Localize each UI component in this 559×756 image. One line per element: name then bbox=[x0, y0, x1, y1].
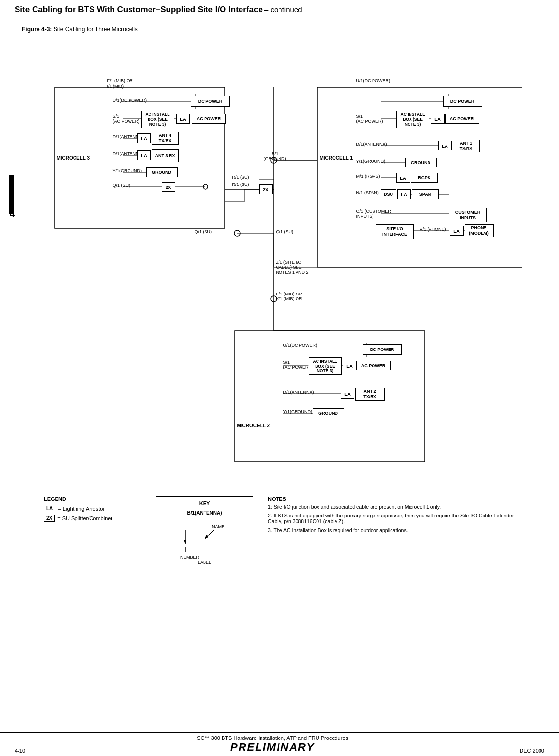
legend-item-2x: 2X = SU Splitter/Combiner bbox=[44, 515, 141, 522]
mc3-u1dc-label: U/1(DC POWER) bbox=[113, 98, 147, 103]
f1-mib-label: F/1 (MIB) OR bbox=[107, 78, 133, 83]
key-example-label: B/1(ANTENNA) bbox=[162, 510, 247, 516]
mc1-dsu-box: DSU bbox=[381, 189, 396, 199]
mc2-la-ant2: LA bbox=[341, 389, 354, 399]
mc1-la-ant1: LA bbox=[438, 141, 452, 150]
mc2-ant2-box: ANT 2 TX/RX bbox=[355, 388, 385, 401]
note-2: 2. If BTS is not equipped with the prima… bbox=[268, 513, 530, 524]
header-title: Site Cabling for BTS With Customer–Suppl… bbox=[15, 5, 302, 15]
mc2-dc-power-box: DC POWER bbox=[363, 344, 402, 355]
mc3-q1su-label: Q/1 (SU) bbox=[113, 183, 130, 188]
q1su-right-label: Q/1 (SU) bbox=[276, 229, 294, 234]
i1-mib-label: I/1 (MIB) bbox=[107, 84, 124, 89]
mc2-u1dc-label: U/1(DC POWER) bbox=[283, 343, 317, 348]
mc3-s1ac-label: S/1(AC POWER) bbox=[113, 114, 140, 124]
r1su-label2: R/1 (SU) bbox=[232, 182, 249, 187]
mc3-2x-box: 2X bbox=[162, 182, 175, 192]
mc1-m1rgps-label: M/1 (RGPS) bbox=[356, 174, 380, 179]
figure-caption-text: Site Cabling for Three Microcells bbox=[54, 26, 138, 33]
mc1-la-ac: LA bbox=[431, 114, 445, 124]
mc1-v1phone-label: V/1 (PHONE) bbox=[420, 227, 446, 232]
svg-text:NAME: NAME bbox=[212, 524, 224, 529]
key-title: KEY bbox=[162, 500, 247, 506]
mc1-dc-power-box: DC POWER bbox=[443, 96, 482, 107]
figure-caption: Figure 4-3: Site Cabling for Three Micro… bbox=[22, 26, 544, 33]
notes-title: NOTES bbox=[268, 496, 530, 502]
key-section: KEY B/1(ANTENNA) NUMBER OF CABLES NAME L… bbox=[156, 496, 253, 569]
svg-point-46 bbox=[234, 230, 240, 236]
mc2-ground-box: GROUND bbox=[313, 408, 344, 418]
e1-mib-label: E/1 (MIB) ORK/1 (MIB) OR bbox=[276, 292, 302, 301]
title-text: Site Cabling for BTS With Customer–Suppl… bbox=[15, 5, 263, 14]
q1su-center-label: Q/1 (SU) bbox=[195, 229, 212, 234]
mc2-y1ground-label: Y/1(GROUND) bbox=[283, 409, 313, 414]
mc1-y1ground-label: Y/1(GROUND) bbox=[356, 159, 386, 164]
note-1: 1: Site I/O junction box and associated … bbox=[268, 504, 530, 510]
mc1-ac-install-box: AC INSTALL BOX (SEE NOTE 3) bbox=[396, 111, 429, 128]
mc2-ac-install-box: AC INSTALL BOX (SEE NOTE 3) bbox=[309, 357, 342, 375]
b1-ground-label: B/1(GROUND) bbox=[264, 151, 286, 161]
note-3: 3. The AC Installation Box is required f… bbox=[268, 527, 530, 533]
footer-preliminary: PRELIMINARY bbox=[197, 741, 348, 754]
mc3-ant4-box: ANT 4 TX/RX bbox=[152, 132, 179, 145]
continued-text: – continued bbox=[264, 5, 302, 14]
mc1-d1ant-label: D/1(ANTENNA) bbox=[356, 142, 387, 147]
mc3-la-ant3: LA bbox=[137, 150, 151, 160]
2x-description: = SU Splitter/Combiner bbox=[57, 516, 112, 521]
z1-site-label: Z/1 (SITE I/OCABLE) SEENOTES 1 AND 2 bbox=[276, 260, 309, 275]
microcell1-label: MICROCELL 1 bbox=[320, 155, 353, 161]
mc2-la-ac: LA bbox=[343, 361, 356, 370]
center-2x-box: 2X bbox=[259, 184, 273, 194]
footer-center-area: SC™ 300 BTS Hardware Installation, ATP a… bbox=[197, 735, 348, 754]
mc3-y1ground-label: Y/1(GROUND) bbox=[113, 168, 142, 173]
mc3-ac-install-box: AC INSTALL BOX (SEE NOTE 3) bbox=[141, 111, 174, 128]
page-wrapper: 4 Site Cabling for BTS With Customer–Sup… bbox=[0, 0, 559, 756]
mc1-ac-power-box: AC POWER bbox=[445, 114, 479, 124]
microcell2-label: MICROCELL 2 bbox=[237, 423, 270, 428]
figure-label: Figure 4-3: bbox=[22, 26, 52, 33]
mc1-customer-inputs-box: CUSTOMER INPUTS bbox=[449, 208, 487, 222]
la-symbol: LA bbox=[44, 505, 55, 512]
microcell3-label: MICROCELL 3 bbox=[57, 155, 90, 161]
legend-item-la: LA = Lightning Arrestor bbox=[44, 505, 141, 512]
svg-point-22 bbox=[203, 184, 208, 189]
mc1-ant1-box: ANT 1 TX/RX bbox=[453, 140, 480, 152]
legend-section: LEGEND LA = Lightning Arrestor 2X = SU S… bbox=[44, 496, 141, 569]
svg-line-60 bbox=[205, 530, 214, 539]
mc3-ac-power-box: AC POWER bbox=[192, 114, 226, 124]
svg-text:NUMBER: NUMBER bbox=[180, 555, 200, 560]
mc2-ac-power-box: AC POWER bbox=[356, 361, 391, 370]
2x-symbol: 2X bbox=[44, 515, 55, 522]
mc3-la-ant4: LA bbox=[137, 133, 151, 143]
main-content: Figure 4-3: Site Cabling for Three Micro… bbox=[0, 18, 559, 579]
mc1-phone-box: PHONE (MODEM) bbox=[465, 224, 494, 237]
mc3-la-ac: LA bbox=[176, 114, 190, 124]
mc1-la-rgps: LA bbox=[396, 173, 410, 183]
page-header: Site Cabling for BTS With Customer–Suppl… bbox=[0, 0, 559, 18]
legend-title: LEGEND bbox=[44, 496, 141, 502]
footer-doc: SC™ 300 BTS Hardware Installation, ATP a… bbox=[197, 735, 348, 741]
mc1-s1ac-label: S/1(AC POWER) bbox=[356, 114, 383, 124]
r1su-label1: R/1 (SU) bbox=[232, 175, 249, 180]
footer-date: DEC 2000 bbox=[520, 748, 544, 754]
mc1-u1dc-label: U/1(DC POWER) bbox=[356, 78, 391, 83]
mc1-site-io-box: SITE I/O INTERFACE bbox=[376, 224, 414, 239]
mc1-n1span-label: N/1 (SPAN) bbox=[356, 190, 379, 195]
footer-page: 4-10 bbox=[15, 748, 25, 754]
mc1-la-phone: LA bbox=[450, 226, 464, 236]
mc2-d1ant-label: D/1(ANTENNA) bbox=[283, 390, 314, 395]
mc3-ground-box: GROUND bbox=[146, 167, 178, 177]
la-description: = Lightning Arrestor bbox=[58, 506, 105, 512]
mc3-dc-power-box: DC POWER bbox=[191, 96, 230, 107]
mc1-la-span: LA bbox=[397, 189, 411, 199]
mc1-ground-box: GROUND bbox=[405, 158, 437, 167]
bottom-section: LEGEND LA = Lightning Arrestor 2X = SU S… bbox=[22, 491, 544, 574]
key-diagram-svg: NUMBER OF CABLES NAME bbox=[166, 517, 243, 561]
notes-section: NOTES 1: Site I/O junction box and assoc… bbox=[268, 496, 530, 569]
mc3-ant3-box: ANT 3 RX bbox=[152, 149, 179, 162]
page-footer: 4-10 SC™ 300 BTS Hardware Installation, … bbox=[0, 732, 559, 756]
mc1-span-box: SPAN bbox=[412, 189, 439, 199]
mc1-o1cust-label: O/1 (CUSTOMERINPUTS) bbox=[356, 209, 391, 219]
diagram-container: MICROCELL 3 F/1 (MIB) OR I/1 (MIB) U/1(D… bbox=[25, 38, 541, 486]
mc1-rgps-box: RGPS bbox=[411, 173, 438, 183]
